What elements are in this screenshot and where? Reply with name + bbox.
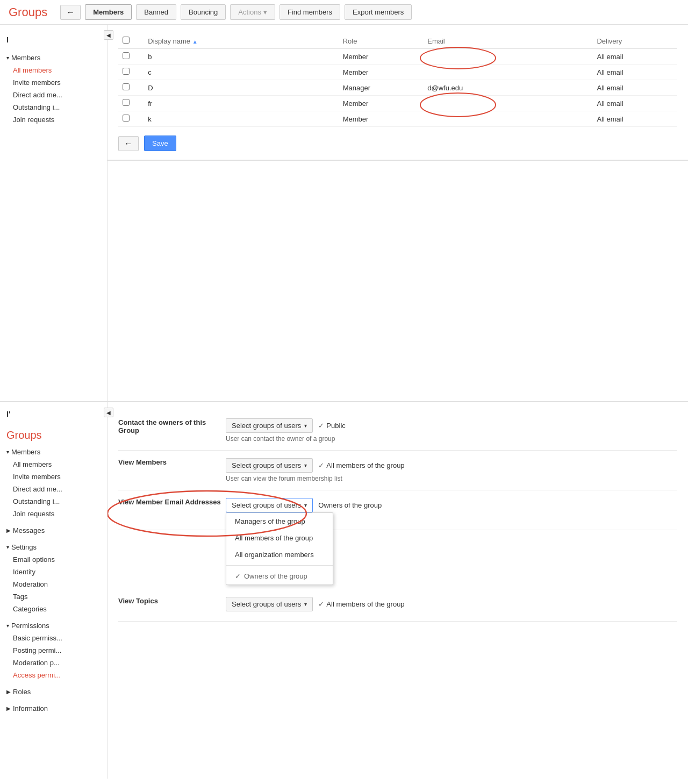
sidebar-members-section: ▾ Members All members Invite members Dir… (0, 49, 107, 128)
s2-categories[interactable]: Categories (0, 603, 107, 615)
sidebar-1: ◀ I ▾ Members All members Invite members… (0, 25, 108, 401)
member-role-c: Member (339, 65, 424, 80)
check-icon-view-members: ✓ (318, 461, 324, 469)
row-checkbox-fr[interactable] (123, 99, 130, 106)
s2-sidebar-all-members[interactable]: All members (0, 458, 107, 471)
s2-members-label: Members (11, 448, 40, 456)
sidebar-item-invite-members[interactable]: Invite members (0, 76, 107, 89)
dropdown-item-owners[interactable]: ✓ Owners of the group (226, 568, 333, 585)
sidebar2-members-header[interactable]: ▾ Members (0, 446, 107, 458)
table-row: fr Member All email (118, 96, 677, 111)
dropdown-item-managers[interactable]: Managers of the group (226, 513, 333, 530)
tab-banned[interactable]: Banned (136, 4, 176, 20)
perm-selected-view-members: All members of the group (326, 461, 404, 469)
actions-button[interactable]: Actions ▾ (230, 4, 275, 20)
s2-email-options[interactable]: Email options (0, 553, 107, 566)
member-role-d: Manager (339, 80, 424, 96)
sidebar-members-header[interactable]: ▾ Members (0, 52, 107, 64)
tab-bouncing[interactable]: Bouncing (181, 4, 226, 20)
sidebar-item-join-requests[interactable]: Join requests (0, 113, 107, 126)
perm-row-view-members: View Members Select groups of users ▾ ✓ … (118, 451, 677, 490)
sidebar2-information-section: ▶ Information (0, 700, 107, 717)
s2-basic-permissions[interactable]: Basic permiss... (0, 632, 107, 644)
sidebar2-settings-section: ▾ Settings Email options Identity Modera… (0, 539, 107, 617)
s2-members-arrow-icon: ▾ (6, 449, 9, 455)
s2-sidebar-outstanding[interactable]: Outstanding i... (0, 495, 107, 508)
row-checkbox-d[interactable] (123, 83, 130, 90)
sidebar-initial-1: I (0, 30, 107, 49)
save-button[interactable]: Save (144, 136, 176, 151)
perm-body-contact: Select groups of users ▾ ✓ Public User c… (226, 418, 677, 443)
member-role-fr: Member (339, 96, 424, 111)
top-header: Groups ← Members Banned Bouncing Actions… (0, 0, 688, 25)
row-checkbox-c[interactable] (123, 68, 130, 75)
select-all-checkbox[interactable] (123, 37, 130, 44)
tab-members[interactable]: Members (85, 4, 132, 20)
col-role: Role (339, 33, 424, 49)
layout-section-1: ◀ I ▾ Members All members Invite members… (0, 25, 688, 401)
sidebar2-permissions-header[interactable]: ▾ Permissions (0, 619, 107, 632)
s2-moderation-permissions[interactable]: Moderation p... (0, 657, 107, 669)
export-members-button[interactable]: Export members (345, 4, 412, 20)
s2-tags[interactable]: Tags (0, 590, 107, 603)
s2-messages-label: Messages (13, 526, 45, 534)
perm-selected-view-topics: All members of the group (326, 600, 404, 608)
s2-sidebar-direct-add[interactable]: Direct add me... (0, 483, 107, 495)
perm-body-view-email: Select groups of users ▾ Managers of the… (226, 498, 677, 522)
find-members-button[interactable]: Find members (280, 4, 340, 20)
sidebar-collapse-btn-1[interactable]: ◀ (104, 30, 113, 40)
sidebar-collapse-btn-2[interactable]: ◀ (104, 408, 113, 417)
actions-caret-icon: ▾ (263, 8, 267, 16)
perm-selected-view-email: Owners of the group (318, 501, 382, 509)
row-checkbox-k[interactable] (123, 115, 130, 122)
sidebar2-settings-header[interactable]: ▾ Settings (0, 541, 107, 553)
member-name-d: D (144, 80, 338, 96)
perm-control-contact: Select groups of users ▾ ✓ Public (226, 418, 677, 433)
dropdown-item-all-org[interactable]: All organization members (226, 546, 333, 563)
perm-value-view-members: ✓ All members of the group (318, 461, 404, 469)
select-label-view-email: Select groups of users (232, 501, 301, 509)
s2-identity[interactable]: Identity (0, 566, 107, 578)
member-email-fr (423, 96, 592, 111)
sidebar2-roles-header[interactable]: ▶ Roles (0, 686, 107, 698)
member-email-k (423, 111, 592, 127)
sidebar2-information-header[interactable]: ▶ Information (0, 702, 107, 715)
owners-label: Owners of the group (244, 572, 307, 580)
row-checkbox-b[interactable] (123, 52, 130, 59)
sort-arrow-icon[interactable]: ▲ (192, 39, 198, 45)
back-button-table[interactable]: ← (118, 136, 139, 151)
s2-information-label: Information (13, 704, 48, 712)
select-groups-contact[interactable]: Select groups of users ▾ (226, 418, 313, 433)
select-groups-view-email[interactable]: Select groups of users ▾ (226, 498, 313, 512)
member-name-k: k (144, 111, 338, 127)
select-groups-view-topics[interactable]: Select groups of users ▾ (226, 597, 313, 611)
table-row: k Member All email (118, 111, 677, 127)
sidebar2-messages-section: ▶ Messages (0, 522, 107, 539)
page-title-1: Groups (9, 5, 47, 19)
s2-access-permissions[interactable]: Access permi... (0, 669, 107, 681)
dropdown-item-all-members[interactable]: All members of the group (226, 530, 333, 546)
select-label-view-topics: Select groups of users (232, 600, 301, 608)
check-icon-owners: ✓ (235, 572, 241, 580)
groups-title-2: Groups (0, 424, 107, 444)
member-name-fr: fr (144, 96, 338, 111)
perm-body-view-topics: Select groups of users ▾ ✓ All members o… (226, 597, 677, 614)
sidebar2-permissions-section: ▾ Permissions Basic permiss... Posting p… (0, 617, 107, 683)
sidebar2-messages-header[interactable]: ▶ Messages (0, 524, 107, 537)
s2-settings-label: Settings (11, 543, 37, 551)
member-delivery-k: All email (592, 111, 677, 127)
s2-posting-permissions[interactable]: Posting permi... (0, 644, 107, 657)
back-button-top[interactable]: ← (60, 5, 81, 20)
s2-sidebar-join-requests[interactable]: Join requests (0, 508, 107, 520)
caret-view-topics-icon: ▾ (304, 601, 307, 607)
select-groups-view-members[interactable]: Select groups of users ▾ (226, 458, 313, 473)
table-actions: ← Save (118, 136, 677, 151)
sidebar-item-direct-add[interactable]: Direct add me... (0, 89, 107, 101)
sidebar-item-all-members[interactable]: All members (0, 64, 107, 76)
s2-sidebar-invite-members[interactable]: Invite members (0, 471, 107, 483)
sidebar-item-outstanding[interactable]: Outstanding i... (0, 101, 107, 113)
perm-value-view-email: Owners of the group (318, 501, 382, 509)
s2-moderation[interactable]: Moderation (0, 578, 107, 590)
actions-label: Actions (238, 8, 261, 16)
table-row: b Member All email (118, 49, 677, 65)
